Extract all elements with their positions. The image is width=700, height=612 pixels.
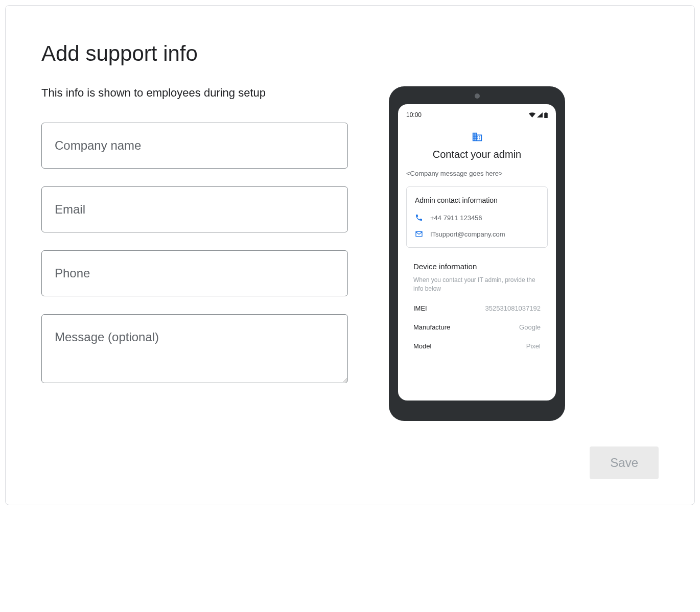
svg-rect-0 xyxy=(544,113,548,118)
status-time: 10:00 xyxy=(406,111,422,119)
screen-content: Contact your admin <Company message goes… xyxy=(406,131,548,350)
phone-camera xyxy=(475,93,480,99)
contact-email-value: ITsupport@company.com xyxy=(430,230,505,238)
save-row: Save xyxy=(41,446,659,479)
device-info-title: Device information xyxy=(413,262,541,271)
contact-email-row: ITsupport@company.com xyxy=(415,230,539,238)
subtitle: This info is shown to employees during s… xyxy=(41,86,348,100)
status-icons xyxy=(529,112,548,118)
device-value: 352531081037192 xyxy=(485,304,541,312)
device-label: Manufacture xyxy=(413,323,450,331)
phone-input[interactable] xyxy=(41,250,348,296)
building-icon xyxy=(472,131,483,143)
preview-screen-title: Contact your admin xyxy=(406,149,548,160)
phone-icon xyxy=(415,214,423,222)
mail-icon xyxy=(415,230,423,238)
phone-screen: 10:00 Contact your admin <Company messag… xyxy=(398,104,556,401)
device-label: IMEI xyxy=(413,304,427,312)
email-input[interactable] xyxy=(41,186,348,232)
preview-column: 10:00 Contact your admin <Company messag… xyxy=(389,86,565,421)
device-value: Pixel xyxy=(526,342,541,350)
device-row: Manufacture Google xyxy=(413,323,541,331)
form-column: This info is shown to employees during s… xyxy=(41,86,348,403)
device-info-hint: When you contact your IT admin, provide … xyxy=(413,276,541,293)
wifi-icon xyxy=(529,112,535,117)
support-info-card: Add support info This info is shown to e… xyxy=(5,5,695,505)
page-title: Add support info xyxy=(41,41,659,66)
admin-contact-title: Admin contact information xyxy=(415,196,539,204)
device-row: IMEI 352531081037192 xyxy=(413,304,541,312)
contact-phone-row: +44 7911 123456 xyxy=(415,214,539,222)
device-info-section: Device information When you contact your… xyxy=(406,262,548,350)
device-value: Google xyxy=(519,323,541,331)
message-textarea[interactable] xyxy=(41,314,348,383)
signal-icon xyxy=(537,112,543,117)
contact-phone-value: +44 7911 123456 xyxy=(430,214,482,222)
device-row: Model Pixel xyxy=(413,342,541,350)
phone-frame: 10:00 Contact your admin <Company messag… xyxy=(389,86,565,421)
battery-icon xyxy=(544,112,548,118)
main-row: This info is shown to employees during s… xyxy=(41,86,659,421)
device-label: Model xyxy=(413,342,431,350)
preview-company-message: <Company message goes here> xyxy=(406,170,548,177)
admin-contact-card: Admin contact information +44 7911 12345… xyxy=(406,186,548,248)
status-bar: 10:00 xyxy=(406,111,548,119)
company-name-input[interactable] xyxy=(41,123,348,169)
svg-rect-1 xyxy=(545,112,546,113)
save-button[interactable]: Save xyxy=(590,446,659,479)
